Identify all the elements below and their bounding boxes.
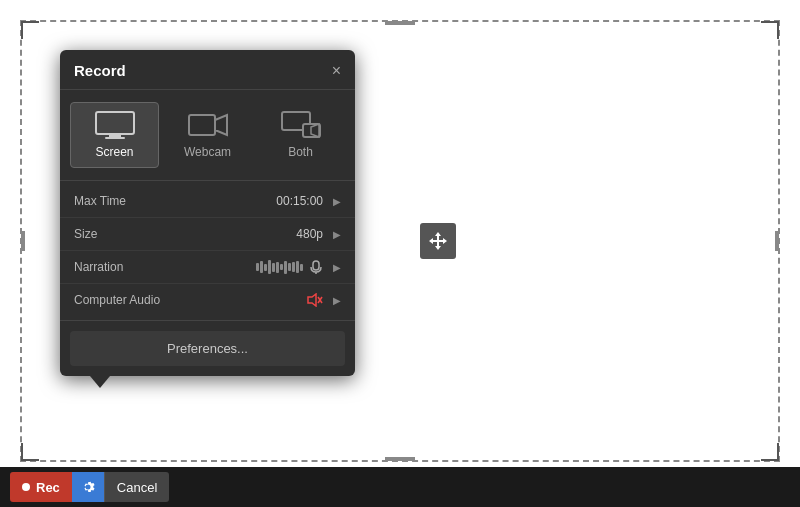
source-both-label: Both: [288, 145, 313, 159]
speaker-muted-icon: [307, 293, 323, 307]
record-dialog: Record × Screen Webcam: [60, 50, 355, 376]
corner-bl: [21, 443, 39, 461]
svg-rect-9: [313, 261, 319, 270]
setting-size[interactable]: Size 480p ▶: [60, 218, 355, 251]
close-button[interactable]: ×: [332, 63, 341, 79]
dialog-header: Record ×: [60, 50, 355, 90]
audio-label: Computer Audio: [74, 293, 184, 307]
corner-tr: [761, 21, 779, 39]
rec-button[interactable]: Rec: [10, 472, 72, 502]
size-value: 480p ▶: [184, 227, 341, 241]
setting-maxtime[interactable]: Max Time 00:15:00 ▶: [60, 185, 355, 218]
handle-top[interactable]: [385, 21, 415, 25]
svg-marker-0: [429, 232, 447, 250]
audio-value: ▶: [184, 293, 341, 307]
source-webcam-label: Webcam: [184, 145, 231, 159]
narration-chevron: ▶: [333, 262, 341, 273]
dialog-title: Record: [74, 62, 126, 79]
source-row: Screen Webcam Both: [60, 90, 355, 181]
rec-dot: [22, 483, 30, 491]
svg-rect-3: [105, 137, 125, 139]
dialog-pointer: [90, 376, 110, 388]
gear-icon: [80, 479, 96, 495]
svg-marker-11: [308, 294, 316, 306]
settings-section: Max Time 00:15:00 ▶ Size 480p ▶ Narratio…: [60, 181, 355, 321]
maxtime-value: 00:15:00 ▶: [184, 194, 341, 208]
source-screen-label: Screen: [95, 145, 133, 159]
size-label: Size: [74, 227, 184, 241]
maxtime-chevron: ▶: [333, 196, 341, 207]
source-both[interactable]: Both: [256, 102, 345, 168]
rec-label: Rec: [36, 480, 60, 495]
svg-rect-2: [109, 134, 121, 137]
narration-bars: [256, 260, 303, 274]
move-icon[interactable]: [420, 223, 456, 259]
size-chevron: ▶: [333, 229, 341, 240]
narration-value: ▶: [184, 260, 341, 274]
audio-chevron: ▶: [333, 295, 341, 306]
corner-br: [761, 443, 779, 461]
handle-bottom[interactable]: [385, 457, 415, 461]
narration-label: Narration: [74, 260, 184, 274]
bottom-toolbar: Rec Cancel: [0, 467, 800, 507]
handle-right[interactable]: [775, 231, 779, 251]
corner-tl: [21, 21, 39, 39]
handle-left[interactable]: [21, 231, 25, 251]
svg-rect-1: [96, 112, 134, 134]
mic-icon: [309, 260, 323, 274]
setting-narration[interactable]: Narration ▶: [60, 251, 355, 284]
source-screen[interactable]: Screen: [70, 102, 159, 168]
source-webcam[interactable]: Webcam: [163, 102, 252, 168]
preferences-button[interactable]: Preferences...: [70, 331, 345, 366]
svg-rect-4: [189, 115, 215, 135]
cancel-button[interactable]: Cancel: [105, 472, 169, 502]
setting-audio[interactable]: Computer Audio ▶: [60, 284, 355, 316]
maxtime-label: Max Time: [74, 194, 184, 208]
gear-button[interactable]: [72, 472, 104, 502]
svg-marker-5: [215, 115, 227, 135]
